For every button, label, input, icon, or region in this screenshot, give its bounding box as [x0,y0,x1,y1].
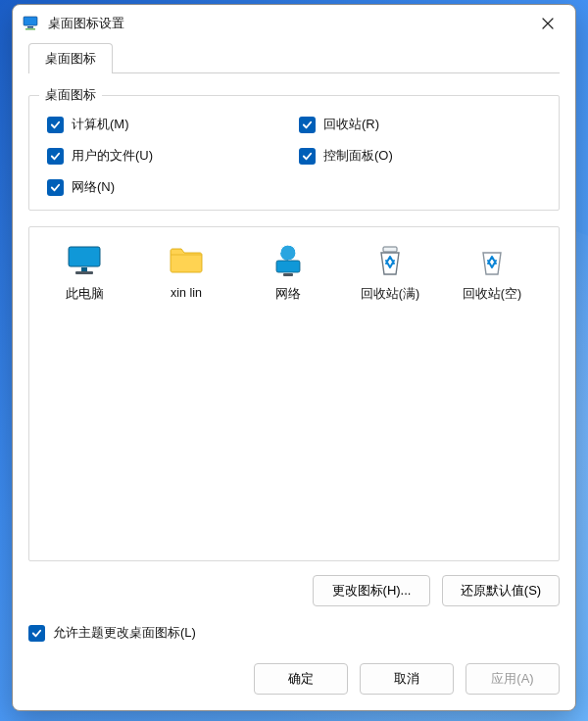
checkbox-recycle-bin[interactable]: 回收站(R) [299,116,541,133]
checkbox-allow-themes[interactable]: 允许主题更改桌面图标(L) [28,624,560,642]
icon-item-network[interactable]: 网络 [239,237,337,303]
checkbox-icon [299,117,316,133]
svg-rect-6 [81,267,87,271]
app-icon [23,15,40,32]
icon-label: 此电脑 [66,286,104,303]
computer-icon [65,241,104,280]
desktop-icon-settings-dialog: 桌面图标设置 桌面图标 桌面图标 计算机(M) [12,4,576,711]
titlebar: 桌面图标设置 [13,5,575,42]
svg-rect-3 [25,28,35,30]
desktop-icons-group: 桌面图标 计算机(M) 回收站(R) [28,95,560,211]
close-icon [542,18,554,29]
dialog-footer: 确定 取消 应用(A) [13,653,575,710]
checkbox-control-panel[interactable]: 控制面板(O) [299,147,541,165]
svg-rect-4 [69,247,100,266]
checkbox-computer[interactable]: 计算机(M) [47,116,289,133]
icon-item-recycle-empty[interactable]: 回收站(空) [443,237,541,303]
recycle-bin-empty-icon [472,241,512,280]
icon-item-user-folder[interactable]: xin lin [137,237,235,300]
svg-rect-0 [24,17,37,25]
icon-label: 回收站(空) [463,286,521,303]
cancel-button[interactable]: 取消 [360,663,454,695]
recycle-bin-full-icon [370,241,410,280]
apply-button[interactable]: 应用(A) [466,663,560,695]
checkbox-label: 回收站(R) [323,116,379,133]
icon-item-recycle-full[interactable]: 回收站(满) [341,237,439,303]
folder-icon [167,241,206,280]
svg-rect-11 [383,247,397,252]
checkbox-icon [47,148,64,165]
tab-desktop-icons[interactable]: 桌面图标 [28,43,113,73]
checkbox-label: 允许主题更改桌面图标(L) [53,624,196,642]
svg-rect-10 [283,273,293,276]
svg-rect-2 [27,26,33,28]
restore-defaults-button[interactable]: 还原默认值(S) [442,575,560,606]
checkbox-user-files[interactable]: 用户的文件(U) [47,147,289,165]
checkbox-icon [28,625,45,642]
group-legend: 桌面图标 [39,86,102,104]
icon-label: xin lin [171,286,202,300]
checkbox-network[interactable]: 网络(N) [47,178,289,196]
checkbox-icon [47,179,64,196]
icon-label: 网络 [275,286,301,303]
svg-rect-9 [276,261,300,272]
icon-item-this-pc[interactable]: 此电脑 [35,237,133,303]
ok-button[interactable]: 确定 [254,663,348,695]
close-button[interactable] [526,9,569,38]
window-title: 桌面图标设置 [48,15,526,32]
icon-preview-list[interactable]: 此电脑 xin lin [28,226,560,561]
checkbox-icon [299,148,316,165]
tab-bar: 桌面图标 [28,44,560,73]
checkbox-label: 控制面板(O) [323,147,393,165]
checkbox-label: 用户的文件(U) [72,147,153,165]
checkbox-label: 计算机(M) [72,116,129,133]
checkbox-icon [47,117,64,133]
icon-label: 回收站(满) [361,286,419,303]
network-icon [269,241,308,280]
content-area: 桌面图标 桌面图标 计算机(M) 回收站(R) [13,42,575,653]
svg-rect-7 [75,271,93,274]
change-icon-button[interactable]: 更改图标(H)... [313,575,430,606]
checkbox-label: 网络(N) [72,178,115,196]
